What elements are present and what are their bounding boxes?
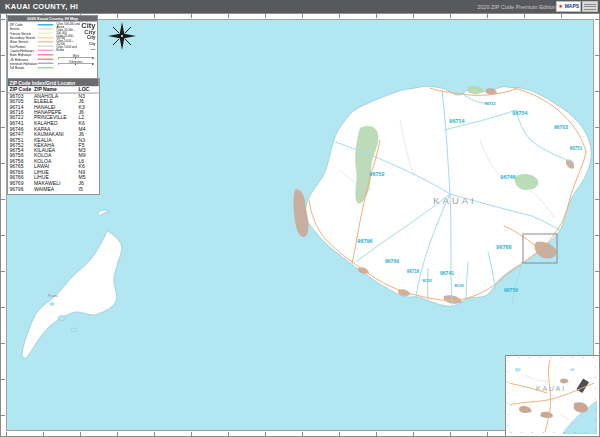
table-row: 96766 LIHUE N9 (8, 169, 99, 174)
cell-zip-code: 96746 (8, 126, 34, 131)
city-sample: City (91, 48, 96, 51)
cell-grid-loc: M9 (79, 153, 96, 158)
cell-grid-loc: L6 (79, 159, 96, 164)
table-row: 96747 KAUMAKANI J6 (8, 131, 99, 136)
column-header-loc: LOC (79, 87, 96, 92)
cell-zip-code: 96714 (8, 104, 34, 109)
cell-grid-loc: J6 (79, 181, 96, 186)
table-row: 96722 PRINCEVILLE L2 (8, 115, 99, 120)
cell-zip-name: KOLOA (34, 153, 79, 158)
cell-zip-code: 96756 (8, 159, 34, 164)
cell-grid-loc: K6 (79, 121, 96, 126)
legend-panel: 2020 Kauai County, HI Map ZIP Code Stree… (7, 15, 98, 80)
city-sample: City (87, 35, 96, 40)
city-class-label: Cities 5,000 and Below (57, 46, 82, 52)
column-header-name: ZIP Name (34, 87, 79, 92)
table-row: 96703 ANAHOLA N3 (8, 93, 99, 98)
cell-grid-loc: M3 (79, 148, 96, 153)
column-header-zip: ZIP Code (8, 87, 34, 92)
cell-zip-code: 96703 (8, 94, 34, 99)
cell-zip-name: LIHUE (34, 170, 79, 175)
cell-zip-name: LIHUE (34, 175, 79, 180)
table-row: 96714 HANALEI K3 (8, 104, 99, 109)
cell-zip-name: ELEELE (34, 99, 79, 104)
title-bar: KAUAI COUNTY, HI 2020 ZIP Code Premium E… (0, 0, 600, 13)
brand-logo: ✶ MAPS (556, 1, 598, 12)
table-row: 96716 HANAPEPE J6 (8, 110, 99, 115)
legend-row-label: Exit Ramps (10, 44, 38, 48)
city-class-row: Cities 5,000 and Below City (57, 46, 96, 52)
cell-grid-loc: J6 (79, 99, 96, 104)
zip-table-body: 96703 ANAHOLA N3 96705 ELEELE J6 96714 H… (8, 93, 99, 191)
table-row: 96754 KILAUEA M3 (8, 148, 99, 153)
table-row: 96769 MAKAWELI J6 (8, 180, 99, 185)
legend-swatch (38, 45, 54, 47)
legend-swatch (38, 58, 54, 60)
cell-zip-name: LAWAI (34, 164, 79, 169)
scale-bar: Miles (57, 54, 96, 59)
table-row: 96741 KALAHEO K6 (8, 121, 99, 126)
legend-city-classes: Cities 500,000 and Above City Cities 50,… (57, 23, 96, 52)
legend-swatch (38, 63, 54, 65)
cell-grid-loc: F5 (79, 142, 96, 147)
cell-grid-loc: I5 (79, 186, 96, 191)
scale-bars: Miles Kilometers (57, 54, 96, 65)
cell-grid-loc: L2 (79, 115, 96, 120)
cell-zip-code: 96705 (8, 99, 34, 104)
table-row: 96705 ELEELE J6 (8, 99, 99, 104)
cell-grid-loc: M4 (79, 126, 96, 131)
legend-row-label: State Highways (10, 53, 38, 57)
maps-logo: ✶ MAPS (556, 1, 581, 12)
scale-bar-rule (59, 57, 94, 59)
legend-row-label: ZIP Code (10, 23, 38, 27)
maps-logo-text: MAPS (565, 4, 579, 9)
city-sample: City (89, 41, 96, 45)
zip-index-header: ZIP Code Index/Grid Locator (8, 79, 99, 86)
cell-grid-loc: N3 (79, 137, 96, 142)
legend-swatch (38, 24, 54, 26)
inset-pond (515, 368, 521, 372)
cell-zip-code: 96769 (8, 181, 34, 186)
legend-row: Toll Roads (10, 65, 57, 69)
inset-island-label: KAUAI (536, 385, 566, 392)
legend-symbol-list: ZIP Code Streets Primary Streets (10, 23, 57, 70)
maps-logo-sidebox (582, 1, 598, 12)
cell-zip-name: KILAUEA (34, 148, 79, 153)
cell-zip-name: ANAHOLA (34, 94, 79, 99)
cell-zip-code: 96741 (8, 121, 34, 126)
inset-pond (570, 368, 575, 371)
cell-zip-name: KALAHEO (34, 121, 79, 126)
legend-row-label: County Highways (10, 49, 38, 53)
edition-label: 2020 ZIP Code Premium Edition (477, 4, 556, 10)
legend-swatch (38, 41, 54, 43)
cell-zip-code: 96754 (8, 148, 34, 153)
legend-row-label: Interstate Highways (10, 62, 38, 66)
cell-grid-loc: N9 (79, 170, 96, 175)
page-title: KAUAI COUNTY, HI (0, 2, 78, 11)
legend-swatch (38, 67, 54, 69)
table-row: 96756 KOLOA L6 (8, 159, 99, 164)
scale-bar: Kilometers (57, 60, 96, 65)
legend-row-label: Primary Streets (10, 31, 38, 35)
table-row: 96765 LAWAI K6 (8, 164, 99, 169)
cell-zip-name: MAKAWELI (34, 181, 79, 186)
table-row: 96796 WAIMEA I5 (8, 186, 99, 191)
legend-swatch (38, 28, 54, 30)
table-row: 96751 KEALIA N3 (8, 137, 99, 142)
inset-map: KAUAI (505, 355, 600, 437)
cell-zip-name: KEALIA (34, 137, 79, 142)
cell-zip-name: HANALEI (34, 104, 79, 109)
cell-grid-loc: N3 (79, 94, 96, 99)
cell-zip-name: KOLOA (34, 159, 79, 164)
cell-zip-name: KAUMAKANI (34, 132, 79, 137)
cell-zip-code: 96756 (8, 153, 34, 158)
cell-zip-name: KEKAHA (34, 142, 79, 147)
table-row: 96766 LIHUE M5 (8, 175, 99, 180)
table-row: 96746 KAPAA M4 (8, 126, 99, 131)
cell-zip-name: KAPAA (34, 126, 79, 131)
zip-table-column-headers: ZIP Code ZIP Name LOC (8, 86, 99, 93)
cell-grid-loc: K6 (79, 164, 96, 169)
legend-row-label: Minor Streets (10, 40, 38, 44)
cell-zip-code: 96752 (8, 142, 34, 147)
table-row: 96752 KEKAHA F5 (8, 142, 99, 147)
